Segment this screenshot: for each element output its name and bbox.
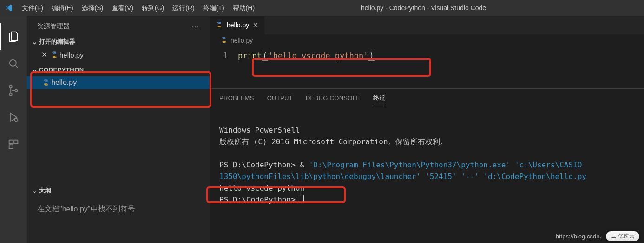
menu-run[interactable]: 运行(R): [168, 0, 198, 16]
term-line: Windows PowerShell: [219, 126, 300, 134]
menu-help[interactable]: 帮助(H): [229, 0, 259, 16]
menu-selection[interactable]: 选择(S): [78, 0, 108, 16]
activity-run-debug[interactable]: [0, 104, 27, 131]
menu-edit[interactable]: 编辑(E): [47, 0, 78, 16]
watermark-url: https://blog.csdn.: [556, 233, 601, 240]
panel: PROBLEMS OUTPUT DEBUG CONSOLE 终端 Windows…: [210, 88, 644, 223]
activity-explorer[interactable]: [0, 23, 27, 50]
panel-tab-output[interactable]: OUTPUT: [267, 95, 293, 102]
file-tree-item[interactable]: hello.py: [27, 76, 210, 89]
terminal-cursor: [300, 195, 304, 203]
svg-rect-5: [9, 140, 13, 144]
sidebar: 资源管理器 ··· ⌄ 打开的编辑器 ✕ hello.py ⌄ CODEPYTH…: [27, 16, 210, 243]
file-name: hello.py: [51, 78, 77, 87]
svg-rect-7: [9, 145, 13, 148]
svg-point-1: [10, 85, 12, 88]
term-output-line: hello vscode python: [219, 184, 304, 192]
activity-search[interactable]: [0, 50, 27, 77]
sidebar-more-icon[interactable]: ···: [191, 23, 200, 30]
menu-go[interactable]: 转到(G): [138, 0, 168, 16]
svg-point-0: [10, 60, 16, 66]
breadcrumb[interactable]: hello.py: [210, 34, 644, 46]
cloud-icon: ☁: [611, 233, 616, 240]
activity-extensions[interactable]: [0, 131, 27, 158]
panel-tab-problems[interactable]: PROBLEMS: [219, 95, 254, 102]
watermark-badge: ☁ 亿速云: [606, 231, 639, 241]
outline-label: 大纲: [39, 186, 51, 195]
workspace-label: CODEPYTHON: [39, 66, 84, 73]
menu-bar: 文件(F) 编辑(E) 选择(S) 查看(V) 转到(G) 运行(R) 终端(T…: [18, 0, 259, 16]
panel-tab-terminal[interactable]: 终端: [373, 94, 386, 102]
term-prompt: PS D:\CodePython>: [219, 160, 300, 169]
chevron-down-icon: ⌄: [30, 66, 39, 73]
term-prompt: PS D:\CodePython>: [219, 195, 300, 204]
python-file-icon: [216, 21, 223, 30]
editor-group: hello.py ✕ hello.py 1 print('hello vscod…: [210, 16, 644, 243]
window-title: hello.py - CodePython - Visual Studio Co…: [259, 4, 588, 12]
workspace-section[interactable]: ⌄ CODEPYTHON: [27, 63, 210, 76]
tab-label: hello.py: [227, 21, 249, 29]
python-file-icon: [41, 78, 51, 87]
term-line: 版权所有 (C) 2016 Microsoft Corporation。保留所有…: [219, 137, 447, 146]
panel-tabs: PROBLEMS OUTPUT DEBUG CONSOLE 终端: [210, 89, 644, 107]
activity-source-control[interactable]: [0, 77, 27, 104]
line-number: 1: [210, 50, 238, 88]
code-line: print('hello vscode python'): [238, 50, 375, 88]
menu-view[interactable]: 查看(V): [107, 0, 138, 16]
watermark: https://blog.csdn. ☁ 亿速云: [556, 231, 639, 241]
chevron-down-icon: ⌄: [30, 187, 39, 194]
editor-tab[interactable]: hello.py ✕: [210, 16, 264, 34]
activity-bar: [0, 16, 27, 243]
sidebar-title: 资源管理器: [37, 22, 70, 31]
close-icon[interactable]: ✕: [39, 51, 49, 59]
svg-point-3: [15, 89, 17, 91]
menu-file[interactable]: 文件(F): [18, 0, 47, 16]
svg-point-2: [10, 93, 12, 96]
breadcrumb-file: hello.py: [230, 37, 253, 44]
chevron-down-icon: ⌄: [30, 38, 39, 45]
svg-point-4: [14, 118, 18, 122]
open-editors-label: 打开的编辑器: [39, 38, 75, 46]
tabs-bar: hello.py ✕: [210, 16, 644, 34]
svg-rect-6: [14, 140, 18, 144]
python-file-icon: [49, 51, 59, 59]
menu-terminal[interactable]: 终端(T): [199, 0, 229, 16]
open-editors-section[interactable]: ⌄ 打开的编辑器: [27, 35, 210, 48]
python-file-icon: [220, 36, 228, 45]
close-icon[interactable]: ✕: [253, 21, 258, 29]
open-editor-item[interactable]: ✕ hello.py: [27, 48, 210, 61]
title-bar: 文件(F) 编辑(E) 选择(S) 查看(V) 转到(G) 运行(R) 终端(T…: [0, 0, 644, 16]
open-editor-filename: hello.py: [59, 51, 84, 59]
code-editor[interactable]: 1 print('hello vscode python'): [210, 46, 644, 88]
outline-section[interactable]: ⌄ 大纲: [27, 184, 210, 197]
terminal[interactable]: Windows PowerShell 版权所有 (C) 2016 Microso…: [210, 107, 644, 223]
panel-tab-debug-console[interactable]: DEBUG CONSOLE: [306, 95, 360, 102]
outline-empty-message: 在文档"hello.py"中找不到符号: [27, 197, 210, 222]
vscode-logo-icon: [0, 4, 18, 12]
